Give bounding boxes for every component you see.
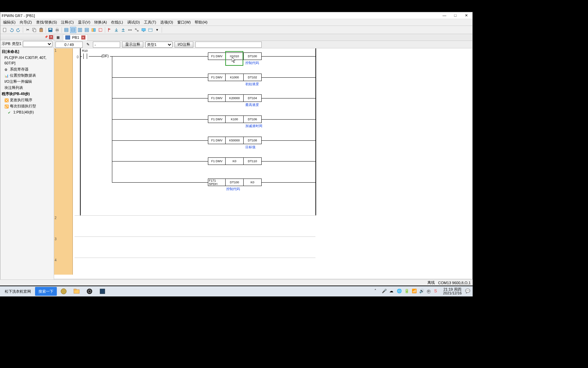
tb-flag-icon[interactable]	[107, 27, 113, 33]
tree-posctrl[interactable]: 📊位置控制数据表	[1, 72, 53, 78]
menu-tools[interactable]: 工具(T)	[142, 20, 158, 25]
menu-debug[interactable]: 调试(D)	[125, 20, 142, 25]
tree-pb1[interactable]: ✔1:PB1(49步)	[1, 109, 53, 115]
svg-rect-19	[92, 28, 94, 31]
menu-find[interactable]: 查找/替换(S)	[34, 20, 59, 25]
tb-link2-icon[interactable]	[134, 27, 140, 33]
tb-ladder3-icon[interactable]	[77, 27, 83, 33]
project-tree: 目[未命名] PLC[FP-XH C30T/P, 40T, 60T/P] ⚙系统…	[0, 48, 54, 116]
comment-type-select[interactable]: 类型1	[145, 42, 173, 48]
tab-close-icon[interactable]: ✕	[81, 35, 85, 40]
taskbar-obs-icon[interactable]	[83, 287, 96, 296]
tb-save-icon[interactable]	[47, 27, 53, 33]
menu-comment[interactable]: 注释(C)	[59, 20, 76, 25]
instruction-comment: 最高速度	[245, 103, 259, 107]
rung-divider	[75, 258, 315, 258]
instruction-box[interactable]: F1 DMVK0DT110	[208, 157, 262, 165]
menu-wizard[interactable]: 向导(Z)	[18, 20, 34, 25]
minimize-button[interactable]: —	[441, 13, 448, 18]
svg-rect-32	[142, 28, 146, 31]
menu-edit[interactable]: 编辑(E)	[1, 20, 18, 25]
edit-mode-icon[interactable]: ✎	[85, 42, 91, 48]
panel-close-icon[interactable]: ✕	[49, 35, 53, 39]
menu-convert[interactable]: 转换(A)	[92, 20, 109, 25]
menu-options[interactable]: 选项(O)	[158, 20, 175, 25]
tray-battery-icon[interactable]: 🔋	[404, 289, 410, 294]
df-instruction[interactable]: (DF)	[101, 54, 109, 58]
io-comment-button[interactable]: I/O注释	[175, 42, 193, 48]
svg-rect-38	[74, 289, 76, 290]
tree-blockcomment[interactable]: 块注释列表	[1, 85, 53, 91]
contact-r10[interactable]	[81, 53, 89, 59]
tb-watch-icon[interactable]	[147, 27, 153, 33]
instruction-cell: K0	[226, 158, 243, 165]
tray-notification-icon[interactable]: 💬	[465, 289, 471, 294]
instruction-box[interactable]: F1 DMVK100DT106	[208, 116, 262, 123]
tb-undo-icon[interactable]	[9, 27, 15, 33]
project-tree-panel: 📌 ✕ 示PB 类型1 目[未命名] PLC[FP-XH C30T/P, 40T…	[0, 34, 54, 284]
tree-sysreg[interactable]: ⚙系统寄存器	[1, 66, 53, 72]
tree-scantype[interactable]: 🔁每次扫描执行型	[1, 103, 53, 109]
tb-link1-icon[interactable]	[127, 27, 133, 33]
tb-copy-icon[interactable]	[31, 27, 37, 33]
tb-upload-icon[interactable]	[120, 27, 126, 33]
pin-icon[interactable]: 📌	[44, 35, 48, 39]
tb-check-icon[interactable]: !	[97, 27, 103, 33]
menu-online[interactable]: 在线(L)	[109, 20, 125, 25]
tray-sogou-icon[interactable]: S	[434, 289, 440, 294]
clock[interactable]: 21:19 周四 2021/12/16	[442, 288, 463, 295]
maximize-button[interactable]: □	[452, 13, 459, 18]
taskbar-item-browser[interactable]: 松下洗衣机官网	[1, 287, 34, 296]
tray-ime-icon[interactable]: ㊥	[427, 289, 432, 294]
com-status: COM13 9600,8,O,1	[438, 281, 471, 285]
close-button[interactable]: ✕	[463, 13, 470, 18]
taskbar-explorer-icon[interactable]	[70, 287, 83, 296]
address-field[interactable]: -	[93, 42, 120, 48]
tray-up-icon[interactable]: ˄	[374, 289, 380, 294]
tb-ladder4-icon[interactable]	[84, 27, 90, 33]
tb-ladder1-icon[interactable]	[63, 27, 69, 33]
tb-print-icon[interactable]	[54, 27, 60, 33]
taskbar-app1-icon[interactable]	[58, 287, 70, 296]
tb-ladder2-icon[interactable]	[70, 27, 76, 33]
menu-window[interactable]: 窗口(W)	[175, 20, 193, 25]
tray-net-icon[interactable]: 🌐	[397, 289, 402, 294]
taskbar-app2-icon[interactable]	[96, 287, 109, 296]
tb-cut-icon[interactable]: ✂	[24, 27, 31, 33]
tb-paste-icon[interactable]	[38, 27, 44, 33]
instruction-box[interactable]: F1 DMVH1010DT100	[208, 52, 262, 60]
instruction-box[interactable]: F1 DMVK1000DT102	[208, 74, 262, 81]
show-comment-button[interactable]: 显示注释	[122, 42, 143, 48]
tree-iocomment[interactable]: I/O注释一并编辑	[1, 78, 53, 85]
tray-wifi-icon[interactable]: 📶	[412, 289, 417, 294]
tray-vol-icon[interactable]: 🔊	[419, 289, 425, 294]
svg-rect-27	[130, 29, 132, 31]
tb-convert-icon[interactable]	[91, 27, 97, 33]
project-root[interactable]: 目[未命名]	[1, 48, 53, 55]
tree-execorder[interactable]: 🔀更改执行顺序	[1, 97, 53, 103]
plc-model-node[interactable]: PLC[FP-XH C30T/P, 40T, 60T/P]	[1, 55, 53, 66]
tb-monitor-icon[interactable]	[141, 27, 147, 33]
svg-rect-30	[137, 30, 138, 31]
taskbar-item-search[interactable]: 搜索一下	[35, 287, 57, 296]
tb-redo-icon[interactable]	[15, 27, 21, 33]
instruction-box[interactable]: F1 DMVK20000DT104	[208, 94, 262, 102]
tb-download-icon[interactable]	[113, 27, 119, 33]
tb-drop-icon[interactable]: ▾	[154, 27, 160, 33]
instruction-box[interactable]: F1 DMVK50000DT108	[208, 137, 262, 144]
wire	[262, 161, 315, 162]
tab-list-icon[interactable]: ▦	[55, 35, 60, 40]
tray-onedrive-icon[interactable]: ☁	[389, 289, 395, 294]
tb-new-icon[interactable]	[2, 27, 8, 33]
tab-pb1[interactable]: PB1 ✕	[63, 34, 88, 41]
menu-view[interactable]: 显示(V)	[76, 20, 93, 25]
tray-mic-icon[interactable]: 🎤	[382, 289, 387, 294]
comment-field[interactable]	[195, 42, 262, 48]
instruction-box[interactable]: F171 SPDHDT100K0	[208, 179, 262, 186]
ladder-editor[interactable]: 1 0 R10 (DF)	[54, 48, 472, 279]
app-window: FPWIN GR7 - [PB1] — □ ✕ 编辑(E) 向导(Z) 查找/替…	[0, 12, 473, 285]
type-select[interactable]	[23, 41, 52, 47]
menu-help[interactable]: 帮助(H)	[193, 20, 209, 25]
svg-rect-3	[40, 28, 43, 32]
tree-progblock[interactable]: 程序块(PB-49步)	[1, 91, 53, 97]
